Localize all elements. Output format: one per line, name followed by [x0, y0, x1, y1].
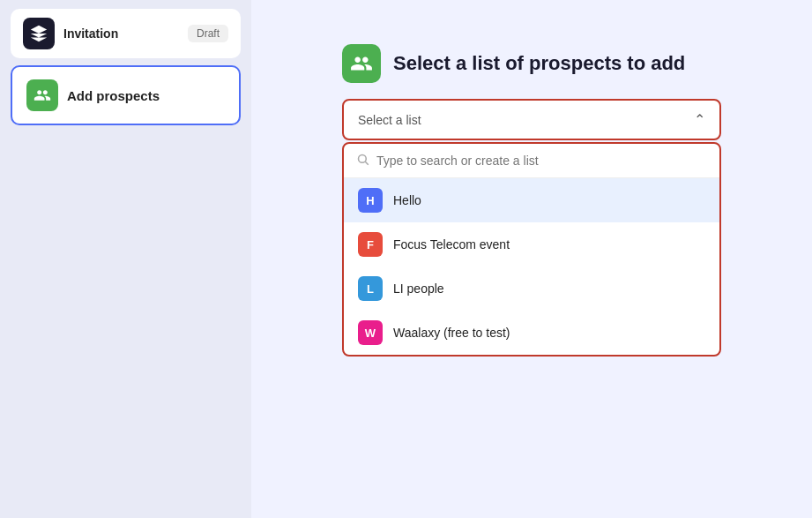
search-icon [356, 153, 369, 169]
search-input[interactable] [376, 154, 707, 168]
list-item-avatar: H [358, 188, 383, 213]
section-icon [342, 44, 381, 83]
dropdown-menu: HHelloFFocus Telecom eventLLI peopleWWaa… [342, 142, 721, 357]
chevron-up-icon: ⌃ [694, 111, 705, 128]
svg-line-1 [365, 161, 368, 164]
section-header: Select a list of prospects to add [342, 44, 721, 83]
list-items: HHelloFFocus Telecom eventLLI peopleWWaa… [344, 178, 719, 355]
search-box [344, 144, 719, 178]
prospects-label: Add prospects [67, 88, 160, 103]
list-item[interactable]: WWaalaxy (free to test) [344, 311, 719, 355]
campaign-title: Invitation [63, 26, 179, 41]
section-title: Select a list of prospects to add [393, 52, 685, 75]
list-item-avatar: W [358, 320, 383, 345]
list-item[interactable]: FFocus Telecom event [344, 222, 719, 267]
list-item-avatar: L [358, 276, 383, 301]
draft-badge: Draft [188, 25, 228, 42]
select-section: Select a list of prospects to add Select… [342, 44, 721, 140]
list-item-label: Focus Telecom event [393, 237, 510, 251]
list-item-label: Waalaxy (free to test) [393, 326, 510, 340]
list-item-avatar: F [358, 232, 383, 257]
list-item[interactable]: LLI people [344, 267, 719, 311]
list-dropdown[interactable]: Select a list ⌃ HHelloFFocus Telecom eve… [342, 99, 721, 140]
campaign-icon [23, 18, 55, 49]
sidebar-item-add-prospects[interactable]: Add prospects [11, 65, 241, 125]
list-item-label: LI people [393, 282, 444, 296]
dropdown-trigger[interactable]: Select a list ⌃ [342, 99, 721, 140]
list-item[interactable]: HHello [344, 178, 719, 222]
prospects-icon [26, 79, 58, 111]
svg-point-0 [359, 155, 367, 163]
sidebar-item-campaign[interactable]: Invitation Draft [11, 9, 241, 58]
main-content: Select a list of prospects to add Select… [251, 0, 812, 518]
list-item-label: Hello [393, 193, 421, 207]
dropdown-placeholder: Select a list [358, 113, 421, 127]
sidebar: Invitation Draft Add prospects [0, 0, 251, 518]
